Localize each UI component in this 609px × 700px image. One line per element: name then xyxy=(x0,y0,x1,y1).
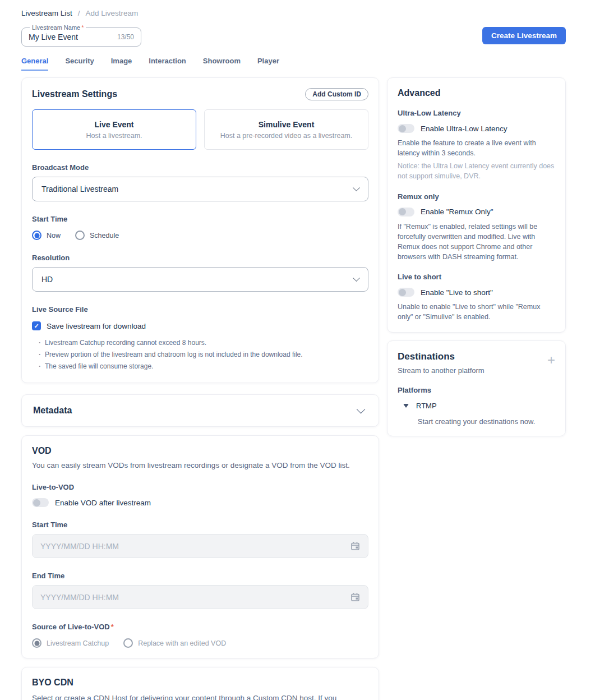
radio-replace-circle xyxy=(123,638,133,648)
live-to-short-toggle-row[interactable]: Enable "Live to short" xyxy=(398,288,555,297)
live-source-notes: Livestream Catchup recording cannot exce… xyxy=(32,337,368,372)
tab-image[interactable]: Image xyxy=(111,57,132,71)
note-item: Preview portion of the livestream and ch… xyxy=(39,349,368,361)
toggle-off-icon[interactable] xyxy=(32,498,49,507)
destinations-subtitle: Stream to another platform xyxy=(398,366,485,375)
livestream-name-field[interactable]: Livestream Name* 13/50 xyxy=(21,24,141,47)
save-livestream-checkbox-row[interactable]: ✓ Save livestream for download xyxy=(32,321,368,330)
live-to-vod-label: Live-to-VOD xyxy=(32,483,368,491)
vod-end-time-label: End Time xyxy=(32,572,368,580)
remux-only-toggle-label: Enable "Remux Only" xyxy=(421,208,493,216)
note-item: Livestream Catchup recording cannot exce… xyxy=(39,337,368,349)
platform-rtmp-label: RTMP xyxy=(416,402,437,410)
tab-security[interactable]: Security xyxy=(65,57,94,71)
vod-start-time-label: Start Time xyxy=(32,521,368,529)
enable-vod-toggle-row[interactable]: Enable VOD after livestream xyxy=(32,498,368,507)
add-destination-icon[interactable]: + xyxy=(547,354,555,366)
advanced-card: Advanced Ultra-Low Latency Enable Ultra-… xyxy=(387,77,566,333)
toggle-off-icon[interactable] xyxy=(398,288,414,297)
resolution-select[interactable]: HD xyxy=(32,267,368,292)
byo-cdn-card: BYO CDN Select or create a CDN Host for … xyxy=(21,667,379,700)
event-type-simulive[interactable]: Simulive Event Host a pre-recorded video… xyxy=(204,109,368,150)
chevron-down-icon xyxy=(353,184,360,191)
tab-interaction[interactable]: Interaction xyxy=(149,57,186,71)
byo-cdn-description: Select or create a CDN Host for deliveri… xyxy=(32,693,352,700)
livestream-name-input[interactable] xyxy=(29,33,96,42)
chevron-down-icon xyxy=(353,274,360,282)
radio-schedule[interactable]: Schedule xyxy=(75,231,119,240)
tab-showroom[interactable]: Showroom xyxy=(203,57,241,71)
resolution-label: Resolution xyxy=(32,254,368,262)
radio-replace-label: Replace with an edited VOD xyxy=(138,639,226,647)
destinations-title: Destinations xyxy=(398,351,485,362)
source-of-live-to-vod-label: Source of Live-to-VOD* xyxy=(32,623,368,631)
radio-replace-edited-vod: Replace with an edited VOD xyxy=(123,638,226,648)
simulive-event-subtitle: Host a pre-recorded video as a livestrea… xyxy=(205,132,368,140)
live-to-short-toggle-label: Enable "Live to short" xyxy=(421,288,493,297)
ultra-low-latency-notice: Notice: the Ultra Low Latency event curr… xyxy=(398,161,555,181)
calendar-icon xyxy=(350,541,360,551)
live-source-file-label: Live Source File xyxy=(32,305,368,314)
ultra-low-latency-toggle-label: Enable Ultra-Low Latency xyxy=(421,125,507,133)
remux-only-description: If "Remux" is enabled, related settings … xyxy=(398,222,555,262)
required-asterisk: * xyxy=(81,24,84,31)
end-time-placeholder: YYYY/MM/DD HH:MM xyxy=(40,593,119,602)
header-row: Livestream Name* 13/50 Create Livestream xyxy=(21,24,566,47)
breadcrumb-separator: / xyxy=(78,9,80,17)
broadcast-mode-value: Traditional Livestream xyxy=(41,185,118,194)
tab-player[interactable]: Player xyxy=(257,57,279,71)
tab-general[interactable]: General xyxy=(21,57,48,71)
ultra-low-latency-description: Enable the feature to create a live even… xyxy=(398,138,555,158)
start-time-placeholder: YYYY/MM/DD HH:MM xyxy=(40,542,119,551)
live-to-short-description: Unable to enable "Live to short" while "… xyxy=(398,302,555,322)
breadcrumb-livestream-list[interactable]: Livestream List xyxy=(21,9,72,17)
metadata-section-header[interactable]: Metadata xyxy=(21,394,379,427)
char-counter: 13/50 xyxy=(117,33,134,41)
broadcast-mode-select[interactable]: Traditional Livestream xyxy=(32,177,368,201)
livestream-settings-title: Livestream Settings xyxy=(32,89,117,99)
metadata-title: Metadata xyxy=(33,406,72,416)
page: Livestream List / Add Livestream Livestr… xyxy=(0,0,609,700)
toggle-off-icon[interactable] xyxy=(398,124,414,133)
event-type-live[interactable]: Live Event Host a livestream. xyxy=(32,109,196,150)
livestream-settings-card: Livestream Settings Add Custom ID Live E… xyxy=(21,77,379,383)
radio-livestream-catchup: Livestream Catchup xyxy=(32,638,109,648)
add-custom-id-button[interactable]: Add Custom ID xyxy=(305,88,368,100)
byo-cdn-title: BYO CDN xyxy=(32,678,368,688)
vod-title: VOD xyxy=(32,446,368,456)
collapse-triangle-icon xyxy=(403,404,409,408)
radio-schedule-label: Schedule xyxy=(90,232,119,240)
vod-end-time-input: YYYY/MM/DD HH:MM xyxy=(32,585,368,609)
create-livestream-button[interactable]: Create Livestream xyxy=(482,27,566,44)
radio-now-label: Now xyxy=(47,232,61,240)
radio-catchup-circle xyxy=(32,638,41,648)
radio-catchup-label: Livestream Catchup xyxy=(47,639,109,647)
required-asterisk: * xyxy=(111,623,114,631)
breadcrumb: Livestream List / Add Livestream xyxy=(21,8,609,17)
chevron-down-icon[interactable] xyxy=(357,404,366,413)
livestream-name-label: Livestream Name* xyxy=(30,24,86,31)
platform-rtmp-row[interactable]: RTMP xyxy=(403,402,555,410)
radio-schedule-circle xyxy=(75,231,85,240)
destinations-empty-text: Start creating your destinations now. xyxy=(398,417,555,426)
calendar-icon xyxy=(350,592,360,602)
start-time-label: Start Time xyxy=(32,215,368,223)
live-event-title: Live Event xyxy=(33,120,196,129)
advanced-title: Advanced xyxy=(398,88,555,98)
checkbox-checked-icon: ✓ xyxy=(32,321,41,330)
ultra-low-latency-label: Ultra-Low Latency xyxy=(398,109,555,117)
live-event-subtitle: Host a livestream. xyxy=(33,132,196,140)
broadcast-mode-label: Broadcast Mode xyxy=(32,163,368,172)
toggle-off-icon[interactable] xyxy=(398,208,414,217)
remux-only-toggle-row[interactable]: Enable "Remux Only" xyxy=(398,208,555,217)
tab-bar: General Security Image Interaction Showr… xyxy=(21,57,609,71)
resolution-value: HD xyxy=(41,275,53,284)
note-item: The saved file will consume storage. xyxy=(39,361,368,372)
vod-start-time-input: YYYY/MM/DD HH:MM xyxy=(32,534,368,558)
live-to-short-label: Live to short xyxy=(398,273,555,281)
radio-now[interactable]: Now xyxy=(32,231,61,240)
destinations-card: Destinations Stream to another platform … xyxy=(387,340,566,436)
radio-now-circle xyxy=(32,231,41,240)
ultra-low-latency-toggle-row[interactable]: Enable Ultra-Low Latency xyxy=(398,124,555,133)
enable-vod-toggle-label: Enable VOD after livestream xyxy=(55,499,151,507)
